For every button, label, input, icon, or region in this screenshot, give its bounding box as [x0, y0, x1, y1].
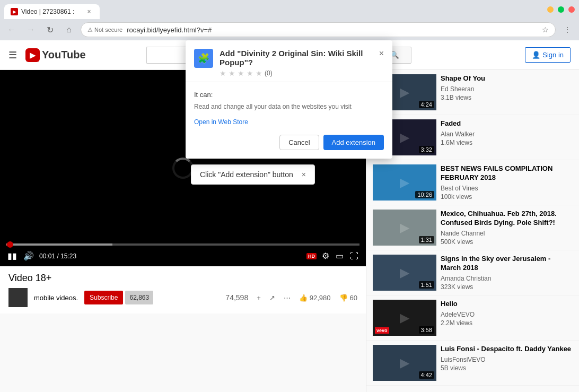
miniplayer-button[interactable]: ▭: [335, 250, 345, 262]
thumb-placeholder-icon: ▶: [400, 310, 409, 325]
person-icon: 👤: [532, 51, 540, 59]
video-info-sidebar: Hello AdeleVEVO 2.2M views: [441, 300, 573, 336]
list-item[interactable]: ▶ 1:51 Signs in the Sky over Jerusalem -…: [366, 250, 579, 295]
tooltip-text: Click "Add extension" button: [200, 170, 293, 179]
video-duration: 1:51: [419, 281, 434, 289]
view-count: 74,598: [225, 293, 248, 302]
video-controls: ▮▮ 🔊 00:01 / 15:23 HD ⚙ ▭ ⛶: [0, 239, 366, 266]
subscribe-button[interactable]: Subscribe: [84, 291, 123, 304]
share-icon: ↗: [269, 294, 275, 302]
web-store-link[interactable]: Open in Web Store: [194, 118, 248, 126]
video-thumbnail: ▶ 1:51: [373, 255, 436, 291]
list-item[interactable]: ▶ 10:26 BEST NEWS FAILS COMPILATION FEBR…: [366, 160, 579, 205]
youtube-logo[interactable]: ▶ YouTube: [25, 48, 86, 62]
dialog-close-button[interactable]: ×: [379, 49, 384, 58]
video-duration: 3:58: [419, 326, 434, 334]
address-bar[interactable]: ⚠ Not secure rocayi.bid/lyeyefid.html?v=…: [81, 22, 556, 37]
reload-button[interactable]: ↻: [42, 22, 57, 37]
browser-titlebar: ▶ Video | 27230861 : ×: [0, 0, 579, 19]
signin-button[interactable]: 👤 Sign in: [525, 47, 571, 63]
video-info-sidebar: Mexico, Chihuahua. Feb 27th, 2018. Confu…: [441, 210, 573, 246]
add-to-button[interactable]: +: [257, 294, 261, 302]
add-extension-button[interactable]: Add extension: [323, 135, 384, 150]
time-display: 00:01 / 15:23: [39, 252, 76, 260]
settings-button[interactable]: ⚙: [321, 250, 330, 262]
browser-navbar: ← → ↻ ⌂ ⚠ Not secure rocayi.bid/lyeyefid…: [0, 19, 579, 40]
home-button[interactable]: ⌂: [62, 22, 76, 37]
tooltip-bubble: Click "Add extension" button ×: [191, 164, 315, 185]
subscribe-area: Subscribe 62,863: [84, 291, 153, 304]
channel-info: mobile videos.: [34, 294, 78, 302]
sidebar-channel: Amanda Christian: [441, 275, 573, 282]
video-info-sidebar: Signs in the Sky over Jerusalem - March …: [441, 255, 573, 291]
signin-area: 👤 Sign in: [525, 47, 571, 63]
list-item[interactable]: ▶ 1:31 Mexico, Chihuahua. Feb 27th, 2018…: [366, 205, 579, 250]
dialog-header: 🧩 Add "Divinity 2 Original Sin: Wiki Ski…: [186, 40, 392, 82]
more-button[interactable]: ⋯: [284, 294, 291, 302]
dislike-button[interactable]: 👎 60: [339, 294, 357, 302]
thumb-placeholder-icon: ▶: [400, 355, 409, 370]
video-info-sidebar: Luis Fonsi - Despacito ft. Daddy Yankee …: [441, 345, 573, 381]
video-info-sidebar: Faded Alan Walker 1.6M views: [441, 119, 573, 155]
minimize-button[interactable]: [547, 6, 554, 13]
play-pause-button[interactable]: ▮▮: [6, 250, 18, 262]
vevo-badge: vevo: [375, 327, 389, 334]
sidebar-views: 2.2M views: [441, 319, 573, 327]
permission-text: Read and change all your data on the web…: [194, 103, 384, 110]
list-item[interactable]: ▶ 4:42 Luis Fonsi - Despacito ft. Daddy …: [366, 341, 579, 386]
total-time: 15:23: [60, 252, 76, 260]
thumb-placeholder-icon: ▶: [400, 265, 409, 280]
current-time: 00:01: [39, 252, 55, 260]
list-item[interactable]: ▶ vevo 3:58 Hello AdeleVEVO 2.2M views: [366, 295, 579, 341]
close-button[interactable]: [568, 6, 575, 13]
star-3: ★: [238, 69, 244, 77]
extension-title-block: Add "Divinity 2 Original Sin: Wiki Skill…: [220, 49, 373, 77]
tooltip-close-button[interactable]: ×: [302, 170, 306, 179]
list-item[interactable]: ▶ 3:32 Faded Alan Walker 1.6M views: [366, 115, 579, 160]
sidebar-views: 100k views: [441, 193, 573, 201]
sidebar-views: 323K views: [441, 283, 573, 291]
forward-button[interactable]: →: [23, 22, 38, 37]
star-5: ★: [256, 69, 262, 77]
sidebar-views: 1.6M views: [441, 139, 573, 146]
hd-badge: HD: [306, 253, 317, 259]
video-thumbnail: ▶ vevo 3:58: [373, 300, 436, 336]
right-controls: HD ⚙ ▭ ⛶: [306, 250, 359, 262]
back-button[interactable]: ←: [4, 22, 19, 37]
fullscreen-button[interactable]: ⛶: [349, 250, 359, 262]
recommended-sidebar: ▶ 4:24 Shape Of You Ed Sheeran 3.1B view…: [366, 70, 579, 392]
sidebar-channel: Nande Channel: [441, 230, 573, 237]
hamburger-menu[interactable]: ☰: [8, 49, 17, 61]
subscriber-count[interactable]: 62,863: [125, 291, 153, 304]
progress-bar[interactable]: [6, 243, 359, 246]
share-button[interactable]: ↗: [269, 294, 275, 302]
video-duration: 3:32: [419, 146, 434, 153]
progress-handle[interactable]: [7, 241, 13, 248]
sidebar-channel: Ed Sheeran: [441, 85, 573, 93]
video-duration: 1:31: [419, 236, 434, 243]
list-item[interactable]: ▶ 4:24 Shape Of You Ed Sheeran 3.1B view…: [366, 70, 579, 115]
volume-button[interactable]: 🔊: [22, 250, 35, 262]
browser-tab[interactable]: ▶ Video | 27230861 : ×: [4, 4, 100, 19]
like-button[interactable]: 👍 92,980: [299, 294, 331, 302]
browser-menu-button[interactable]: ⋮: [560, 22, 575, 37]
sidebar-video-title: Mexico, Chihuahua. Feb 27th, 2018. Confu…: [441, 210, 573, 228]
sidebar-video-title: Faded: [441, 119, 573, 128]
extension-title: Add "Divinity 2 Original Sin: Wiki Skill…: [220, 49, 373, 67]
thumb-placeholder-icon: ▶: [400, 85, 409, 100]
thumb-placeholder-icon: ▶: [400, 220, 409, 235]
video-duration: 4:24: [419, 101, 434, 108]
sidebar-video-title: BEST NEWS FAILS COMPILATION FEBRUARY 201…: [441, 164, 573, 182]
cancel-button[interactable]: Cancel: [279, 135, 319, 150]
maximize-button[interactable]: [558, 6, 564, 13]
tab-close-button[interactable]: ×: [85, 7, 93, 16]
bookmark-icon[interactable]: ☆: [542, 25, 549, 34]
rating-count: (0): [265, 69, 273, 77]
sidebar-views: 500K views: [441, 238, 573, 246]
youtube-logo-text: YouTube: [42, 49, 86, 61]
video-meta: mobile videos. Subscribe 62,863 74,598 +…: [8, 288, 357, 307]
tab-favicon: ▶: [11, 8, 18, 15]
sidebar-channel: AdeleVEVO: [441, 311, 573, 318]
channel-avatar: [8, 288, 28, 307]
tab-title: Video | 27230861 :: [21, 8, 82, 15]
